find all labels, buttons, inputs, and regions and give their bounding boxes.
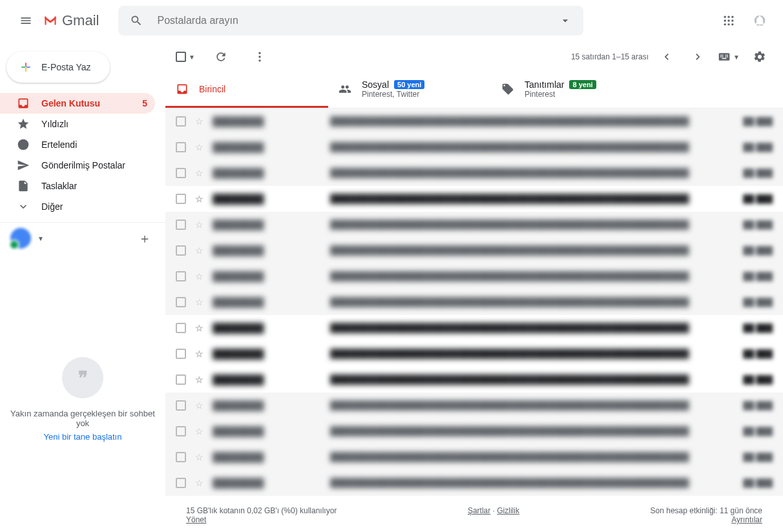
mail-checkbox[interactable] bbox=[176, 426, 186, 436]
star-icon[interactable]: ☆ bbox=[195, 194, 204, 204]
notifications-button[interactable] bbox=[747, 8, 773, 34]
manage-storage-link[interactable]: Yönet bbox=[186, 515, 206, 524]
search-options-button[interactable] bbox=[552, 8, 578, 34]
mail-row[interactable]: ☆███████████████████████████████████████… bbox=[165, 263, 783, 289]
select-all-checkbox[interactable]: ▼ bbox=[176, 52, 195, 62]
star-icon[interactable]: ☆ bbox=[195, 400, 204, 411]
mail-sender: ████████ bbox=[213, 168, 321, 178]
star-icon[interactable]: ☆ bbox=[195, 297, 204, 307]
sidebar-item-send[interactable]: Gönderilmiş Postalar bbox=[0, 155, 155, 176]
star-icon[interactable]: ☆ bbox=[195, 220, 204, 230]
hangouts-user[interactable]: ▼ bbox=[10, 228, 44, 249]
mail-checkbox[interactable] bbox=[176, 297, 186, 307]
mail-row[interactable]: ☆███████████████████████████████████████… bbox=[165, 134, 783, 160]
star-icon[interactable]: ☆ bbox=[195, 168, 204, 178]
star-icon[interactable]: ☆ bbox=[195, 323, 204, 333]
mail-row[interactable]: ☆███████████████████████████████████████… bbox=[165, 289, 783, 315]
mail-checkbox[interactable] bbox=[176, 400, 186, 411]
mail-subject: ████████████████████████████████████████… bbox=[330, 194, 731, 204]
sidebar-item-draft[interactable]: Taslaklar bbox=[0, 176, 155, 196]
mail-row[interactable]: ☆███████████████████████████████████████… bbox=[165, 238, 783, 263]
mail-checkbox[interactable] bbox=[176, 452, 186, 462]
compose-button[interactable]: E-Posta Yaz bbox=[6, 52, 110, 83]
mail-checkbox[interactable] bbox=[176, 478, 186, 488]
mail-row[interactable]: ☆███████████████████████████████████████… bbox=[165, 470, 783, 496]
star-icon[interactable]: ☆ bbox=[195, 142, 204, 152]
chevron-down-icon: ▼ bbox=[37, 235, 44, 242]
star-icon[interactable]: ☆ bbox=[195, 478, 204, 488]
mail-row[interactable]: ☆███████████████████████████████████████… bbox=[165, 341, 783, 367]
search-bar[interactable] bbox=[118, 6, 583, 36]
main-menu-button[interactable] bbox=[10, 5, 41, 36]
svg-point-7 bbox=[727, 23, 729, 25]
mail-sender: ████████ bbox=[213, 452, 321, 462]
privacy-link[interactable]: Gizlilik bbox=[497, 506, 519, 515]
svg-point-11 bbox=[258, 56, 260, 57]
tab-primary[interactable]: Birincil bbox=[165, 72, 328, 108]
mail-row[interactable]: ☆███████████████████████████████████████… bbox=[165, 393, 783, 418]
mail-checkbox[interactable] bbox=[176, 349, 186, 359]
new-conversation-button[interactable]: ＋ bbox=[134, 228, 155, 249]
search-input[interactable] bbox=[149, 15, 552, 26]
star-icon[interactable]: ☆ bbox=[195, 426, 204, 436]
terms-link[interactable]: Şartlar bbox=[468, 506, 490, 515]
prev-page-button[interactable] bbox=[654, 44, 680, 70]
chat-bubble-icon: ❞ bbox=[62, 357, 103, 398]
star-icon[interactable]: ☆ bbox=[195, 349, 204, 359]
gmail-logo[interactable]: Gmail bbox=[44, 12, 99, 29]
mail-sender: ████████ bbox=[213, 271, 321, 281]
mail-checkbox[interactable] bbox=[176, 245, 186, 256]
mail-date: ██ ███ bbox=[740, 298, 773, 307]
storage-text: 15 GB'lık kotanın 0,02 GB'ı (%0) kullanı… bbox=[186, 506, 337, 515]
mail-row[interactable]: ☆███████████████████████████████████████… bbox=[165, 315, 783, 341]
draft-icon bbox=[17, 179, 30, 192]
star-icon[interactable]: ☆ bbox=[195, 452, 204, 462]
mail-row[interactable]: ☆███████████████████████████████████████… bbox=[165, 108, 783, 134]
mail-checkbox[interactable] bbox=[176, 323, 186, 333]
star-icon[interactable]: ☆ bbox=[195, 271, 204, 281]
mail-checkbox[interactable] bbox=[176, 220, 186, 230]
mail-row[interactable]: ☆███████████████████████████████████████… bbox=[165, 418, 783, 444]
star-icon[interactable]: ☆ bbox=[195, 116, 204, 127]
start-chat-link[interactable]: Yeni bir tane başlatın bbox=[10, 432, 155, 442]
sidebar-item-inbox[interactable]: Gelen Kutusu5 bbox=[0, 93, 155, 114]
star-icon[interactable]: ☆ bbox=[195, 245, 204, 256]
mail-checkbox[interactable] bbox=[176, 374, 186, 385]
mail-row[interactable]: ☆███████████████████████████████████████… bbox=[165, 160, 783, 186]
mail-checkbox[interactable] bbox=[176, 168, 186, 178]
sidebar-item-more[interactable]: Diğer bbox=[0, 196, 155, 217]
mail-checkbox[interactable] bbox=[176, 142, 186, 152]
mail-date: ██ ███ bbox=[740, 246, 773, 255]
sidebar-item-star[interactable]: Yıldızlı bbox=[0, 114, 155, 134]
search-icon[interactable] bbox=[123, 8, 149, 34]
activity-details-link[interactable]: Ayrıntılar bbox=[731, 515, 762, 524]
mail-date: ██ ███ bbox=[740, 220, 773, 229]
tab-icon bbox=[339, 83, 351, 96]
mail-date: ██ ███ bbox=[740, 117, 773, 126]
more-options-button[interactable] bbox=[247, 44, 273, 70]
star-icon[interactable]: ☆ bbox=[195, 374, 204, 385]
next-page-button[interactable] bbox=[685, 44, 711, 70]
tab-social[interactable]: Sosyal50 yeniPinterest, Twitter bbox=[328, 72, 491, 108]
mail-row[interactable]: ☆███████████████████████████████████████… bbox=[165, 367, 783, 393]
mail-date: ██ ███ bbox=[740, 478, 773, 487]
mail-subject: ████████████████████████████████████████… bbox=[330, 297, 731, 307]
mail-checkbox[interactable] bbox=[176, 271, 186, 281]
chevron-right-icon bbox=[691, 50, 704, 63]
gmail-logo-icon bbox=[44, 14, 57, 27]
tab-icon bbox=[501, 83, 514, 96]
google-apps-button[interactable] bbox=[716, 8, 742, 34]
mail-row[interactable]: ☆███████████████████████████████████████… bbox=[165, 444, 783, 470]
mail-checkbox[interactable] bbox=[176, 194, 186, 204]
settings-button[interactable] bbox=[747, 44, 773, 70]
sidebar-item-label: Taslaklar bbox=[41, 181, 77, 191]
mail-subject: ████████████████████████████████████████… bbox=[330, 220, 731, 230]
mail-subject: ████████████████████████████████████████… bbox=[330, 142, 731, 152]
refresh-button[interactable] bbox=[208, 44, 234, 70]
input-tools-button[interactable]: ▼ bbox=[716, 44, 742, 70]
mail-checkbox[interactable] bbox=[176, 116, 186, 127]
tab-promotions[interactable]: Tanıtımlar8 yeniPinterest bbox=[491, 72, 654, 108]
mail-row[interactable]: ☆███████████████████████████████████████… bbox=[165, 212, 783, 238]
sidebar-item-clock[interactable]: Ertelendi bbox=[0, 134, 155, 155]
mail-row[interactable]: ☆███████████████████████████████████████… bbox=[165, 186, 783, 212]
